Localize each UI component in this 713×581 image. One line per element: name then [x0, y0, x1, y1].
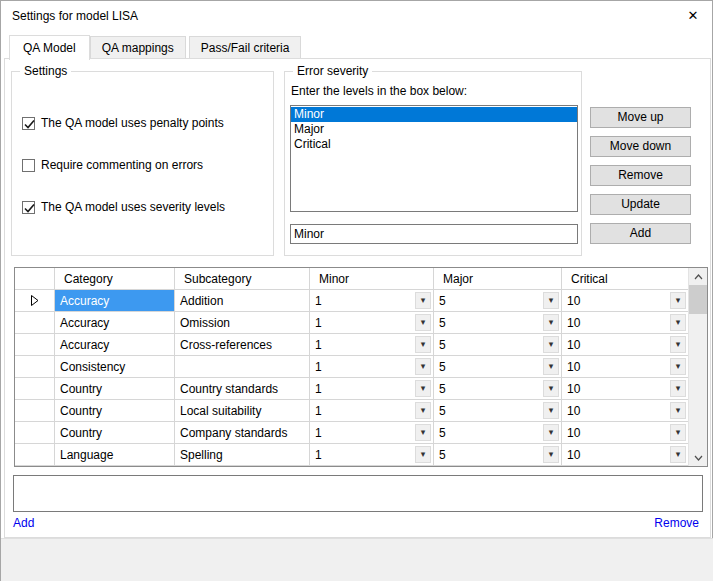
- dropdown-arrow-icon[interactable]: ▾: [670, 446, 686, 463]
- dropdown-arrow-icon[interactable]: ▾: [415, 424, 431, 441]
- dropdown-arrow-icon[interactable]: ▾: [543, 402, 559, 419]
- header-subcategory[interactable]: Subcategory: [175, 268, 310, 289]
- dropdown-arrow-icon[interactable]: ▾: [543, 380, 559, 397]
- row-selector[interactable]: [15, 290, 55, 311]
- header-category[interactable]: Category: [55, 268, 175, 289]
- dropdown-arrow-icon[interactable]: ▾: [415, 336, 431, 353]
- checkbox-label[interactable]: Require commenting on errors: [41, 158, 203, 172]
- major-cell[interactable]: 5▾: [434, 290, 562, 311]
- dropdown-arrow-icon[interactable]: ▾: [670, 314, 686, 331]
- critical-cell[interactable]: 10▾: [562, 422, 689, 443]
- dropdown-arrow-icon[interactable]: ▾: [543, 314, 559, 331]
- row-selector[interactable]: [15, 356, 55, 377]
- list-item-minor[interactable]: Minor: [291, 107, 577, 122]
- dropdown-arrow-icon[interactable]: ▾: [415, 402, 431, 419]
- minor-cell[interactable]: 1▾: [310, 312, 434, 333]
- subcategory-cell[interactable]: Local suitability: [175, 400, 310, 421]
- tab-qa-model[interactable]: QA Model: [9, 35, 90, 60]
- checkbox-box[interactable]: [22, 159, 35, 172]
- dropdown-arrow-icon[interactable]: ▾: [543, 358, 559, 375]
- list-item-critical[interactable]: Critical: [291, 137, 577, 152]
- category-cell[interactable]: Accuracy: [55, 312, 175, 333]
- add-level-button[interactable]: Add: [590, 223, 691, 244]
- remove-link[interactable]: Remove: [654, 516, 699, 530]
- minor-cell[interactable]: 1▾: [310, 334, 434, 355]
- minor-cell[interactable]: 1▾: [310, 378, 434, 399]
- major-cell[interactable]: 5▾: [434, 312, 562, 333]
- scrollbar-thumb[interactable]: [689, 285, 708, 314]
- dropdown-arrow-icon[interactable]: ▾: [415, 380, 431, 397]
- checkbox-label[interactable]: The QA model uses penalty points: [41, 116, 224, 130]
- dropdown-arrow-icon[interactable]: ▾: [670, 380, 686, 397]
- dropdown-arrow-icon[interactable]: ▾: [415, 292, 431, 309]
- row-selector[interactable]: [15, 444, 55, 465]
- move-up-button[interactable]: Move up: [590, 107, 691, 128]
- dropdown-arrow-icon[interactable]: ▾: [543, 446, 559, 463]
- critical-cell[interactable]: 10▾: [562, 334, 689, 355]
- dropdown-arrow-icon[interactable]: ▾: [543, 336, 559, 353]
- header-critical[interactable]: Critical: [562, 268, 689, 289]
- checkbox-severity-levels[interactable]: The QA model uses severity levels: [22, 199, 225, 215]
- category-cell[interactable]: Country: [55, 400, 175, 421]
- major-cell[interactable]: 5▾: [434, 400, 562, 421]
- update-level-button[interactable]: Update: [590, 194, 691, 215]
- checkbox-box[interactable]: [22, 201, 35, 214]
- major-cell[interactable]: 5▾: [434, 334, 562, 355]
- row-selector[interactable]: [15, 312, 55, 333]
- row-selector[interactable]: [15, 400, 55, 421]
- category-cell[interactable]: Country: [55, 378, 175, 399]
- remove-level-button[interactable]: Remove: [590, 165, 691, 186]
- subcategory-cell[interactable]: [175, 356, 310, 377]
- critical-cell[interactable]: 10▾: [562, 444, 689, 465]
- critical-cell[interactable]: 10▾: [562, 356, 689, 377]
- subcategory-cell[interactable]: Addition: [175, 290, 310, 311]
- list-item-major[interactable]: Major: [291, 122, 577, 137]
- move-down-button[interactable]: Move down: [590, 136, 691, 157]
- dropdown-arrow-icon[interactable]: ▾: [543, 424, 559, 441]
- row-selector[interactable]: [15, 334, 55, 355]
- subcategory-cell[interactable]: Cross-references: [175, 334, 310, 355]
- tab-pass-fail-criteria[interactable]: Pass/Fail criteria: [189, 36, 302, 58]
- dropdown-arrow-icon[interactable]: ▾: [415, 314, 431, 331]
- category-cell[interactable]: Consistency: [55, 356, 175, 377]
- category-cell[interactable]: Accuracy: [55, 334, 175, 355]
- category-cell[interactable]: Accuracy: [55, 290, 175, 311]
- severity-levels-listbox[interactable]: Minor Major Critical: [290, 105, 578, 212]
- major-cell[interactable]: 5▾: [434, 444, 562, 465]
- dropdown-arrow-icon[interactable]: ▾: [670, 358, 686, 375]
- dropdown-arrow-icon[interactable]: ▾: [670, 424, 686, 441]
- minor-cell[interactable]: 1▾: [310, 356, 434, 377]
- row-selector[interactable]: [15, 378, 55, 399]
- subcategory-cell[interactable]: Spelling: [175, 444, 310, 465]
- critical-cell[interactable]: 10▾: [562, 312, 689, 333]
- scroll-up-icon[interactable]: [689, 268, 708, 285]
- dropdown-arrow-icon[interactable]: ▾: [670, 336, 686, 353]
- category-cell[interactable]: Language: [55, 444, 175, 465]
- critical-cell[interactable]: 10▾: [562, 290, 689, 311]
- minor-cell[interactable]: 1▾: [310, 290, 434, 311]
- dropdown-arrow-icon[interactable]: ▾: [670, 402, 686, 419]
- dropdown-arrow-icon[interactable]: ▾: [415, 358, 431, 375]
- critical-cell[interactable]: 10▾: [562, 378, 689, 399]
- checkbox-require-commenting[interactable]: Require commenting on errors: [22, 157, 203, 173]
- subcategory-cell[interactable]: Company standards: [175, 422, 310, 443]
- scroll-down-icon[interactable]: [689, 449, 708, 466]
- subcategory-cell[interactable]: Country standards: [175, 378, 310, 399]
- checkbox-penalty-points[interactable]: The QA model uses penalty points: [22, 115, 224, 131]
- checkbox-box[interactable]: [22, 117, 35, 130]
- dropdown-arrow-icon[interactable]: ▾: [670, 292, 686, 309]
- subcategory-cell[interactable]: Omission: [175, 312, 310, 333]
- minor-cell[interactable]: 1▾: [310, 422, 434, 443]
- dropdown-arrow-icon[interactable]: ▾: [543, 292, 559, 309]
- comment-textbox[interactable]: [13, 475, 703, 512]
- header-minor[interactable]: Minor: [310, 268, 434, 289]
- major-cell[interactable]: 5▾: [434, 422, 562, 443]
- close-icon[interactable]: ✕: [683, 6, 703, 26]
- grid-vertical-scrollbar[interactable]: [688, 268, 707, 466]
- tab-qa-mappings[interactable]: QA mappings: [90, 36, 186, 58]
- dropdown-arrow-icon[interactable]: ▾: [415, 446, 431, 463]
- minor-cell[interactable]: 1▾: [310, 400, 434, 421]
- row-selector[interactable]: [15, 422, 55, 443]
- header-major[interactable]: Major: [434, 268, 562, 289]
- critical-cell[interactable]: 10▾: [562, 400, 689, 421]
